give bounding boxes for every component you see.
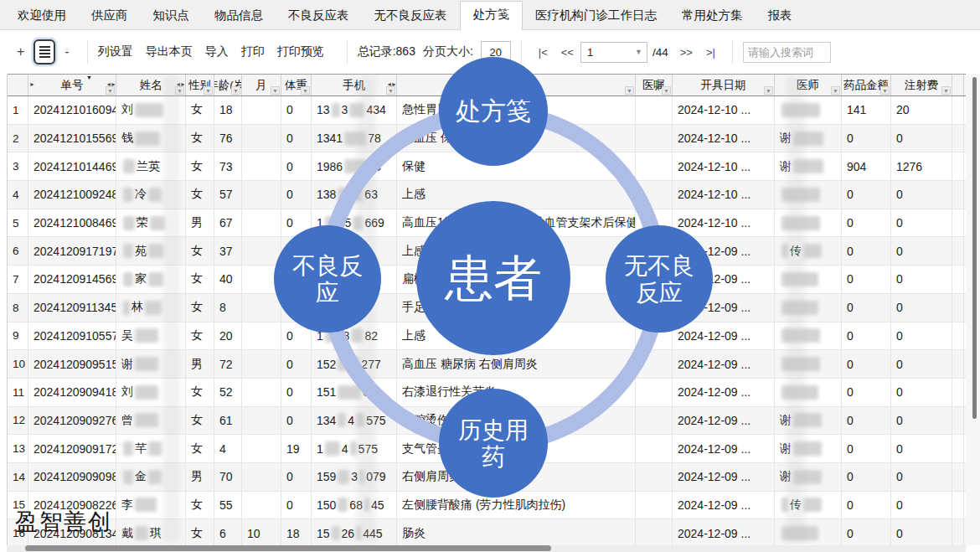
column-header-药品金额[interactable]: 药品金额▼ [842,75,891,95]
table-row[interactable]: 1020241209095156谢男720152277高血压 糖尿病 右侧肩周炎… [8,350,967,379]
column-header-单号[interactable]: 单号▼►◄►▼ [28,75,116,95]
first-page-button[interactable]: |< [539,46,548,59]
remove-row-button[interactable]: - [64,44,69,59]
resize-grip-icon[interactable]: ► [29,81,35,87]
cell-phone: 1344575 [312,407,397,435]
column-header-年龄(岁)[interactable]: 年龄(岁)▼ [214,75,242,95]
tab-物品信息[interactable]: 物品信息 [202,3,276,29]
cell-drug: 0 [842,350,891,378]
prev-page-button[interactable]: << [561,46,574,59]
toolbar-button-导出本页[interactable]: 导出本页 [146,44,193,59]
toolbar-button-导入[interactable]: 导入 [205,44,229,59]
cell-x [952,294,964,322]
toolbar-button-列设置[interactable]: 列设置 [98,44,133,59]
vertical-scrollbar-thumb[interactable] [972,77,977,419]
toolbar-button-打印预览[interactable]: 打印预览 [277,44,324,59]
table-row[interactable]: 120241210160947刘女180133434急性胃肠炎2024-12-1… [8,96,967,125]
table-row[interactable]: 1420241209090985金男7001593079右侧肩周炎2024-12… [8,463,967,492]
tab-医疗机构门诊工作日志[interactable]: 医疗机构门诊工作日志 [523,3,669,29]
cell-inject: 0 [891,294,952,322]
cell-drug: 0 [842,266,891,293]
cell-order: 20241210144696 [28,152,116,180]
filter-icon[interactable]: ▼ [271,86,280,95]
column-header-医师[interactable]: 医师▼ [775,75,842,95]
tab-常用处方集[interactable]: 常用处方集 [669,3,756,29]
last-page-button[interactable]: >| [706,46,715,59]
cell-name: 吴 [116,322,186,350]
column-header-手机[interactable]: 手机◄►▼ [312,75,397,95]
tab-欢迎使用[interactable]: 欢迎使用 [5,3,79,29]
cell-phone: 13882 [312,322,397,350]
filter-icon[interactable]: ▼ [106,86,115,95]
cell-date: 2024-12-10 ... [673,152,775,180]
tab-报表[interactable]: 报表 [756,3,805,29]
column-header-月[interactable]: 月▼ [242,75,281,95]
column-header-注射费[interactable]: 注射费▼ [891,75,952,95]
filter-icon[interactable]: ▼ [301,86,310,95]
cell-drug: 0 [842,181,891,209]
toolbar-button-打印[interactable]: 打印 [241,44,265,59]
divider [521,40,522,64]
search-input[interactable] [743,42,831,63]
cell-doctor [775,209,842,237]
tab-供应商[interactable]: 供应商 [79,3,141,29]
cell-inject: 0 [891,519,952,547]
cell-num: 8 [8,294,28,322]
row-height-icon[interactable] [34,39,55,64]
column-header-姓名[interactable]: 姓名◄►▼ [116,75,186,95]
table-row[interactable]: 820241209113450林女8075手足口病2024-12-09 ...0… [8,294,967,322]
filter-icon[interactable]: ▼ [831,86,840,95]
horizontal-scrollbar-thumb[interactable] [25,545,551,551]
filter-icon[interactable]: ▼ [231,86,240,95]
filter-icon[interactable]: ▼ [386,86,395,95]
table-row[interactable]: 620241209171971苑女37025上感2024-12-09 ...传0… [8,237,967,266]
table-row[interactable]: 1520241209082268李女5501506845左侧腰背酸痛 (劳力性肌… [8,492,967,520]
table-row[interactable]: 520241210084693荣男670145669高血压1级 很高危 冠状动脉… [8,209,967,238]
filter-icon[interactable]: ▼ [662,86,671,95]
cell-drug: 0 [842,322,891,350]
table-row[interactable]: 1220241209092769曾女6101344575口腔烫伤2024-12-… [8,407,967,436]
table-row[interactable]: 1320241209091727芊女41914575支气管炎2024-12-09… [8,435,967,463]
redacted-text [793,441,822,456]
tab-知识点[interactable]: 知识点 [141,3,203,29]
cell-x [952,125,964,152]
cell-doctor [775,96,842,124]
table-row[interactable]: 72024120914569家女400扁桃体炎2024-12-09 ...00 [8,266,967,294]
filter-icon[interactable]: ▼ [764,86,773,95]
cell-num: 3 [8,152,28,180]
redacted-text [338,498,348,512]
cell-drug: 904 [842,152,891,180]
add-row-button[interactable]: + [17,44,24,59]
cell-date: 2024-12-09 ... [673,463,775,491]
cell-advice [636,492,673,519]
tab-无不良反应表[interactable]: 无不良反应表 [362,3,460,29]
page-size-input[interactable] [481,41,511,64]
redacted-text [332,526,340,540]
filter-icon[interactable]: ▼ [204,86,213,95]
cell-phone: 1510 [312,379,397,406]
filter-icon[interactable]: ▼ [880,86,890,95]
column-header-体重[interactable]: 体重▼ [281,75,312,95]
table-row[interactable]: 1120241209094182刘女5201510右漆退行性关节炎2024-12… [8,379,967,407]
table-row[interactable]: 1620241209081349戴琪女610181526445肠炎2024-12… [8,519,967,548]
tab-不良反应表[interactable]: 不良反应表 [276,3,362,29]
table-row[interactable]: 22024121015569钱女760134178高血压 保健2024-12-1… [8,125,967,153]
tab-处方笺[interactable]: 处方笺 [460,1,524,30]
filter-icon[interactable]: ▼ [625,86,634,95]
filter-icon[interactable]: ▼ [941,86,951,95]
cell-diag: 高血压1级 很高危 冠状动脉血管支架术后保健 [397,209,636,237]
table-row[interactable]: 320241210144696兰英女730198673保健2024-12-10 … [8,152,967,181]
table-row[interactable]: 920241209105574吴女20013882上感2024-12-09 ..… [8,322,967,351]
cell-diag: 手足口病 [397,294,636,322]
cell-gender: 女 [186,266,214,293]
cell-gender: 女 [186,152,214,180]
table-row[interactable]: 420241210092484冷女57013863上感2024-12-10 ..… [8,181,967,209]
column-header-性别[interactable]: 性别▼ [186,75,214,95]
column-header-开具日期[interactable]: 开具日期▼ [673,75,775,95]
filter-icon[interactable]: ▼ [175,86,184,95]
cell-inject: 20 [891,96,952,124]
cell-inject: 0 [891,181,952,209]
page-select[interactable]: 1 ▼ [580,42,647,63]
next-page-button[interactable]: >> [680,46,693,59]
column-header-医嘱[interactable]: 医嘱▼ [636,75,673,95]
